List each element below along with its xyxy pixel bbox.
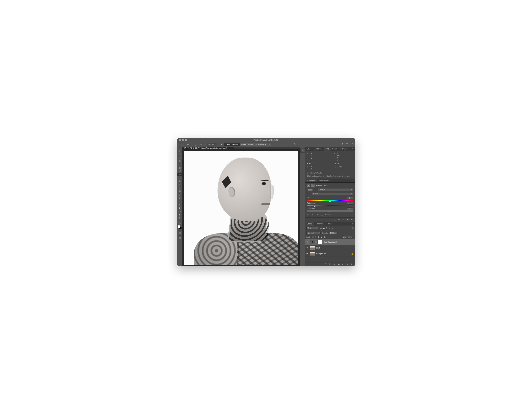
filter-toggle[interactable] — [352, 227, 354, 229]
lock-icon[interactable]: 🔒 — [351, 253, 354, 255]
link-layers-icon[interactable]: ⎘ — [325, 263, 327, 265]
visibility-icon[interactable]: 👁 — [306, 247, 309, 249]
canvas[interactable] — [182, 149, 300, 266]
close-icon[interactable]: × — [231, 147, 232, 149]
search-icon[interactable] — [341, 143, 344, 145]
frame-tool[interactable] — [177, 166, 182, 169]
layer-row[interactable]: 👁 ◧ ⎘ Hue/Saturation 1 — [305, 239, 355, 245]
filter-smart-icon[interactable]: ◫ — [332, 227, 333, 229]
toggle-visibility-icon[interactable]: 👁 — [346, 218, 349, 221]
gradient-tool[interactable] — [177, 190, 182, 193]
layer-thumb[interactable] — [310, 252, 315, 256]
clip-to-layer-icon[interactable]: ◪ — [333, 218, 336, 221]
filter-pixel-icon[interactable]: ▧ — [320, 227, 322, 229]
eyedropper-icon[interactable]: ✎ — [307, 213, 310, 216]
tab-swatches[interactable]: Swatches — [313, 147, 324, 151]
lock-pixels-icon[interactable]: ✎ — [315, 236, 316, 238]
panel-menu-icon[interactable]: ≡ — [351, 223, 355, 225]
crop-tool[interactable] — [177, 163, 182, 166]
tab-learn[interactable]: Learn — [331, 147, 339, 151]
tab-channels[interactable]: Channels — [314, 222, 325, 226]
panel-menu-icon[interactable]: ≡ — [351, 180, 355, 182]
pressure-icon[interactable] — [293, 142, 297, 146]
screen-mode-icon[interactable] — [177, 236, 182, 240]
preset-select[interactable]: Custom — [318, 188, 353, 191]
workspace-switcher[interactable]: ▾ — [346, 143, 349, 145]
layer-name[interactable]: Hue/Saturation 1 — [323, 241, 337, 243]
zoom-tool[interactable] — [177, 217, 182, 220]
trash-icon[interactable]: 🗑 — [351, 218, 353, 221]
filter-kind-select[interactable]: 🔍Kind — [306, 227, 318, 230]
fill-value[interactable]: 100% ∨ — [347, 236, 353, 238]
link-icon[interactable]: ⎘ — [316, 241, 317, 243]
panel-menu-icon[interactable]: ≡ — [351, 148, 355, 150]
chevron-down-icon[interactable]: ▾ — [198, 144, 199, 145]
hand-tool[interactable] — [177, 213, 182, 217]
mode-select[interactable]: Normal — [207, 143, 217, 146]
visibility-icon[interactable]: 👁 — [306, 253, 309, 255]
brush-preset-icon[interactable]: • 9 — [194, 142, 198, 146]
bandage-icon[interactable] — [186, 142, 190, 146]
healing-brush-tool[interactable] — [177, 173, 182, 176]
close-window-icon[interactable] — [179, 139, 181, 141]
tab-adjustments[interactable]: Adjustments — [317, 179, 330, 182]
path-select-tool[interactable] — [177, 206, 182, 210]
tab-properties[interactable]: Properties — [305, 179, 317, 182]
new-layer-icon[interactable]: ⊞ — [346, 263, 349, 265]
dodge-tool[interactable] — [177, 196, 182, 200]
lock-artboard-icon[interactable]: ▣ — [321, 236, 322, 238]
adjustment-thumb[interactable]: ◧ — [310, 240, 315, 244]
new-adjustment-icon[interactable]: ◐ — [338, 263, 340, 265]
type-tool[interactable]: T — [177, 203, 182, 206]
lightness-slider[interactable] — [307, 211, 353, 212]
eraser-tool[interactable] — [177, 186, 182, 190]
tab-paths[interactable]: Paths — [325, 222, 333, 226]
filter-adjust-icon[interactable]: ◐ — [323, 227, 325, 229]
tab-layers[interactable]: Layers — [305, 222, 314, 226]
add-mask-icon[interactable]: ◑ — [333, 263, 336, 265]
history-dock-icon[interactable] — [300, 148, 305, 153]
adjustment-type-icon[interactable]: ◧ — [307, 184, 310, 187]
brush-tool[interactable] — [177, 176, 182, 180]
tab-color[interactable]: Color — [305, 147, 313, 151]
quick-mask-icon[interactable] — [177, 231, 182, 235]
traffic-lights[interactable] — [179, 139, 187, 141]
panel-grip[interactable] — [178, 147, 181, 149]
proximity-match-button[interactable]: Proximity Match — [255, 143, 271, 146]
blend-mode-select[interactable]: Normal — [306, 232, 321, 234]
share-icon[interactable] — [351, 143, 354, 145]
pen-tool[interactable] — [177, 200, 182, 203]
chevron-down-icon[interactable]: ▾ — [191, 144, 191, 145]
mask-icon[interactable]: ◑ — [311, 184, 315, 187]
document-tab[interactable]: Untitled-1 @ 66.7% (Hue/Saturation 1, La… — [182, 147, 234, 149]
reset-icon[interactable]: ↺ — [342, 218, 344, 221]
visibility-icon[interactable]: 👁 — [306, 241, 309, 243]
layer-name[interactable]: start — [316, 247, 320, 249]
saturation-value[interactable]: -65 — [347, 202, 353, 205]
history-brush-tool[interactable] — [177, 183, 182, 186]
eyedropper-plus-icon[interactable]: ✎₊ — [312, 213, 314, 216]
hue-slider[interactable] — [307, 200, 353, 201]
trash-icon[interactable]: 🗑 — [351, 263, 353, 265]
eyedropper-minus-icon[interactable]: ✎₋ — [317, 213, 319, 216]
layer-row[interactable]: 👁 start — [305, 245, 355, 251]
layer-style-icon[interactable]: fx▾ — [329, 263, 331, 265]
new-group-icon[interactable]: 🗀 — [342, 263, 344, 265]
mask-thumb[interactable] — [317, 240, 322, 244]
filter-type-icon[interactable]: T — [326, 227, 327, 229]
layer-thumb[interactable] — [310, 246, 315, 250]
lock-all-icon[interactable]: 🔒 — [323, 236, 326, 238]
targeted-adjust-icon[interactable]: ☟ — [307, 193, 310, 195]
channel-select[interactable]: Master — [312, 192, 353, 195]
lock-position-icon[interactable]: ✥ — [318, 236, 319, 238]
maximize-window-icon[interactable] — [185, 139, 187, 141]
filter-shape-icon[interactable]: ▭ — [329, 227, 330, 229]
lock-transparent-icon[interactable]: ▧ — [312, 236, 313, 238]
layer-name[interactable]: Background — [316, 253, 326, 255]
foreground-background-colors[interactable] — [178, 225, 182, 229]
marquee-tool[interactable] — [177, 153, 182, 156]
clone-stamp-tool[interactable] — [177, 180, 182, 183]
eyedropper-tool[interactable] — [177, 169, 182, 173]
rectangle-tool[interactable] — [177, 210, 182, 213]
move-tool[interactable] — [177, 149, 182, 153]
